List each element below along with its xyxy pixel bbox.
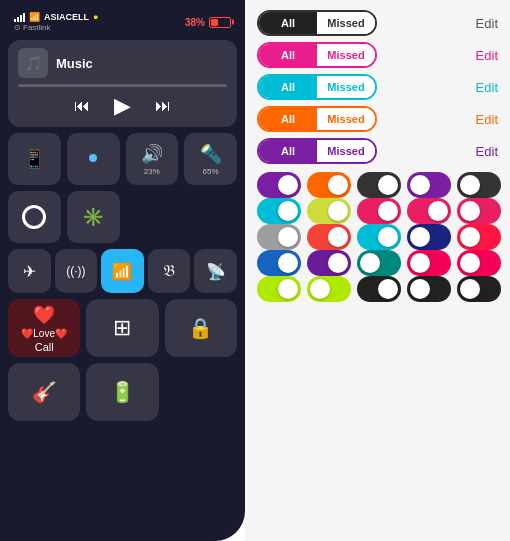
battery-fill [211, 19, 218, 26]
toggle-knob [410, 227, 430, 247]
toggle-switch-4-0[interactable] [257, 276, 301, 302]
segmented-control-1[interactable]: All Missed [257, 42, 377, 68]
tuner-icon: 🎸 [32, 380, 57, 404]
record-button[interactable] [8, 191, 61, 243]
segmented-control-3[interactable]: All Missed [257, 106, 377, 132]
toggle-row-0: All Missed Edit [257, 10, 498, 36]
lock-button[interactable]: 🔒 [165, 299, 237, 357]
toggles-row-3 [257, 250, 498, 276]
edit-label-3[interactable]: Edit [470, 112, 498, 127]
music-card: 🎵 Music ⏮ ▶ ⏭ [8, 40, 237, 127]
toggle-knob [378, 227, 398, 247]
toggle-switch-1-2[interactable] [357, 198, 401, 224]
toggle-switch-2-0[interactable] [257, 224, 301, 250]
volume-level: 23% [144, 167, 160, 176]
toggle-switch-2-3[interactable] [407, 224, 451, 250]
love-button[interactable]: ❤️ ❤️Love❤️ Call [8, 299, 80, 357]
toggle-switch-1-1[interactable] [307, 198, 351, 224]
battery-bar [209, 17, 231, 28]
seg-missed-2[interactable]: Missed [317, 76, 375, 98]
toggles-row-2 [257, 224, 498, 250]
blue-dot [89, 154, 97, 162]
toggle-switch-2-4[interactable] [457, 224, 501, 250]
love-icon: ❤️ [33, 304, 55, 326]
segmented-control-2[interactable]: All Missed [257, 74, 377, 100]
toggle-switch-4-4[interactable] [457, 276, 501, 302]
brightness-button[interactable]: ✳️ [67, 191, 120, 243]
focus-button[interactable] [67, 133, 120, 185]
airplane-button[interactable]: ✈ [8, 249, 51, 293]
segmented-control-4[interactable]: All Missed [257, 138, 377, 164]
carrier2-name: Fastlink [23, 23, 51, 32]
seg-all-0[interactable]: All [259, 12, 317, 34]
battery-status-icon: 🔋 [110, 380, 135, 404]
toggle-switch-1-3[interactable] [407, 198, 451, 224]
fastlink-icon: ⊙ [14, 23, 21, 32]
carrier-name: ASIACELL [44, 12, 89, 22]
screen-button[interactable]: 📱 [8, 133, 61, 185]
seg-missed-0[interactable]: Missed [317, 12, 375, 34]
toggle-switch-4-1[interactable] [307, 276, 351, 302]
music-top: 🎵 Music [18, 48, 227, 78]
toggle-row-1: All Missed Edit [257, 42, 498, 68]
record-icon [22, 205, 46, 229]
toggle-row-2: All Missed Edit [257, 74, 498, 100]
toggle-switch-0-3[interactable] [407, 172, 451, 198]
volume-button[interactable]: 🔊 23% [126, 133, 179, 185]
next-button[interactable]: ⏭ [155, 97, 171, 115]
toggle-switch-2-2[interactable] [357, 224, 401, 250]
edit-label-2[interactable]: Edit [470, 80, 498, 95]
seg-all-1[interactable]: All [259, 44, 317, 66]
toggle-switch-3-3[interactable] [407, 250, 451, 276]
toggle-switch-3-2[interactable] [357, 250, 401, 276]
wifi-button[interactable]: 📶 [101, 249, 144, 293]
love-label: ❤️Love❤️ [21, 328, 67, 339]
toggle-switch-0-2[interactable] [357, 172, 401, 198]
segmented-section: All Missed Edit All Missed Edit All Miss… [257, 10, 498, 164]
toggle-switch-4-2[interactable] [357, 276, 401, 302]
bluetooth-button[interactable]: 𝔅 [148, 249, 191, 293]
seg-all-3[interactable]: All [259, 108, 317, 130]
edit-label-0[interactable]: Edit [470, 16, 498, 31]
calculator-button[interactable]: ⊞ [86, 299, 158, 357]
play-button[interactable]: ▶ [114, 93, 131, 119]
toggle-switch-1-4[interactable] [457, 198, 501, 224]
toggle-switch-0-1[interactable] [307, 172, 351, 198]
toggle-knob [428, 201, 448, 221]
flashlight-level: 65% [203, 167, 219, 176]
seg-missed-1[interactable]: Missed [317, 44, 375, 66]
toggle-switch-3-0[interactable] [257, 250, 301, 276]
segmented-control-0[interactable]: All Missed [257, 10, 377, 36]
call-label: Call [35, 341, 54, 353]
control-center-panel: 📶 ASIACELL ● ⊙ Fastlink 38% 🎵 Music ⏮ [0, 0, 245, 541]
signal-row: 📶 ASIACELL ● [14, 12, 98, 22]
airdrop-button[interactable]: 📡 [194, 249, 237, 293]
toggle-switch-0-4[interactable] [457, 172, 501, 198]
toggle-switch-1-0[interactable] [257, 198, 301, 224]
toggle-switch-3-4[interactable] [457, 250, 501, 276]
airdrop-icon: 📡 [206, 262, 226, 281]
toggle-switch-3-1[interactable] [307, 250, 351, 276]
seg-missed-4[interactable]: Missed [317, 140, 375, 162]
prev-button[interactable]: ⏮ [74, 97, 90, 115]
music-progress [18, 84, 227, 87]
edit-label-1[interactable]: Edit [470, 48, 498, 63]
battery-button[interactable]: 🔋 [86, 363, 158, 421]
toggle-switch-4-3[interactable] [407, 276, 451, 302]
seg-all-4[interactable]: All [259, 140, 317, 162]
tuner-button[interactable]: 🎸 [8, 363, 80, 421]
toggles-row-4 [257, 276, 498, 302]
flashlight-button[interactable]: 🔦 65% [184, 133, 237, 185]
edit-label-4[interactable]: Edit [470, 144, 498, 159]
connectivity-row: ✈ ((·)) 📶 𝔅 📡 [8, 249, 237, 293]
fastlink-row: ⊙ Fastlink [14, 23, 98, 32]
status-bar: 📶 ASIACELL ● ⊙ Fastlink 38% [8, 8, 237, 34]
seg-all-2[interactable]: All [259, 76, 317, 98]
seg-missed-3[interactable]: Missed [317, 108, 375, 130]
carrier-dot: ● [93, 12, 98, 22]
toggle-knob [460, 201, 480, 221]
toggle-knob [460, 175, 480, 195]
toggle-switch-0-0[interactable] [257, 172, 301, 198]
toggle-switch-2-1[interactable] [307, 224, 351, 250]
cellular-button[interactable]: ((·)) [55, 249, 98, 293]
